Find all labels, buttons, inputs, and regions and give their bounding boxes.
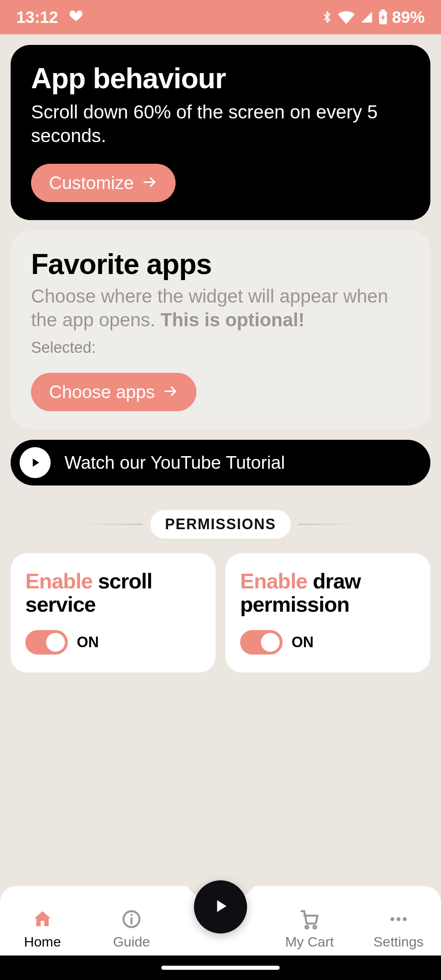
toggle-knob: [46, 633, 65, 652]
app-root: App behaviour Scroll down 60% of the scr…: [0, 34, 441, 956]
customize-button[interactable]: Customize: [31, 164, 176, 202]
favorite-apps-selected: Selected:: [31, 339, 410, 356]
battery-icon: [378, 9, 388, 25]
app-behaviour-title: App behaviour: [31, 62, 410, 95]
status-bar: 13:12 89%: [0, 0, 441, 34]
toggle-knob: [261, 633, 280, 652]
gesture-pill[interactable]: [161, 966, 280, 970]
scroll-service-toggle-state: ON: [77, 634, 99, 651]
cart-icon: [299, 909, 320, 930]
system-nav-bar: [0, 956, 441, 980]
svg-point-7: [305, 926, 308, 929]
arrow-right-icon: [162, 382, 178, 402]
favorite-apps-desc-bold: This is optional!: [160, 309, 305, 330]
nav-item-label: Guide: [113, 934, 150, 950]
info-circle-icon: [121, 909, 142, 930]
divider-line: [82, 523, 143, 525]
youtube-tutorial-button[interactable]: Watch our YouTube Tutorial: [11, 440, 430, 486]
favorite-apps-title: Favorite apps: [31, 248, 410, 281]
home-icon: [32, 909, 53, 930]
play-fab-button[interactable]: [194, 880, 247, 933]
scroll-service-toggle[interactable]: [25, 630, 68, 655]
permission-title-accent: Enable: [240, 569, 307, 593]
nav-item-home[interactable]: Home: [10, 909, 75, 950]
arrow-right-icon: [141, 173, 158, 193]
nav-item-guide[interactable]: Guide: [99, 909, 164, 950]
svg-point-9: [390, 917, 394, 921]
bottom-nav-wrap: Home Guide My Cart Settings: [0, 874, 441, 956]
divider-line: [298, 523, 359, 525]
status-right: 89%: [321, 8, 425, 27]
nav-item-label: My Cart: [285, 934, 334, 950]
svg-point-8: [314, 926, 316, 929]
status-left: 13:12: [16, 8, 83, 27]
heart-rate-icon: [69, 8, 83, 27]
wifi-icon: [337, 10, 355, 24]
permissions-section-divider: PERMISSIONS: [11, 510, 430, 539]
permission-toggle-row: ON: [25, 630, 201, 655]
permission-card-scroll-service: Enable scroll service ON: [11, 553, 216, 673]
bluetooth-icon: [321, 10, 333, 24]
status-time: 13:12: [16, 8, 58, 27]
more-horizontal-icon: [388, 909, 409, 930]
nav-item-label: Home: [24, 934, 61, 950]
favorite-apps-desc: Choose where the widget will appear when…: [31, 285, 410, 332]
battery-text: 89%: [392, 8, 425, 27]
draw-permission-toggle-state: ON: [292, 634, 314, 651]
permission-toggle-row: ON: [240, 630, 416, 655]
app-behaviour-card: App behaviour Scroll down 60% of the scr…: [11, 45, 430, 220]
svg-point-11: [403, 917, 407, 921]
app-behaviour-desc: Scroll down 60% of the screen on every 5…: [31, 100, 410, 147]
customize-button-label: Customize: [49, 173, 134, 193]
svg-rect-1: [381, 9, 385, 11]
nav-item-settings[interactable]: Settings: [366, 909, 431, 950]
play-icon: [210, 896, 231, 918]
permissions-row: Enable scroll service ON Enable draw per…: [11, 553, 430, 673]
favorite-apps-card: Favorite apps Choose where the widget wi…: [11, 231, 430, 429]
choose-apps-button[interactable]: Choose apps: [31, 373, 196, 411]
permission-title-accent: Enable: [25, 569, 93, 593]
permission-title: Enable scroll service: [25, 570, 201, 616]
permissions-section-label: PERMISSIONS: [150, 510, 291, 539]
cellular-icon: [359, 11, 374, 24]
nav-item-my-cart[interactable]: My Cart: [277, 909, 342, 950]
play-circle-icon: [20, 447, 51, 478]
permission-title: Enable draw permission: [240, 570, 416, 616]
permission-card-draw-permission: Enable draw permission ON: [225, 553, 430, 673]
youtube-tutorial-label: Watch our YouTube Tutorial: [65, 452, 285, 473]
draw-permission-toggle[interactable]: [240, 630, 283, 655]
svg-point-10: [396, 917, 401, 921]
choose-apps-button-label: Choose apps: [49, 382, 155, 402]
content-scroll[interactable]: App behaviour Scroll down 60% of the scr…: [0, 34, 441, 683]
nav-item-label: Settings: [374, 934, 424, 950]
